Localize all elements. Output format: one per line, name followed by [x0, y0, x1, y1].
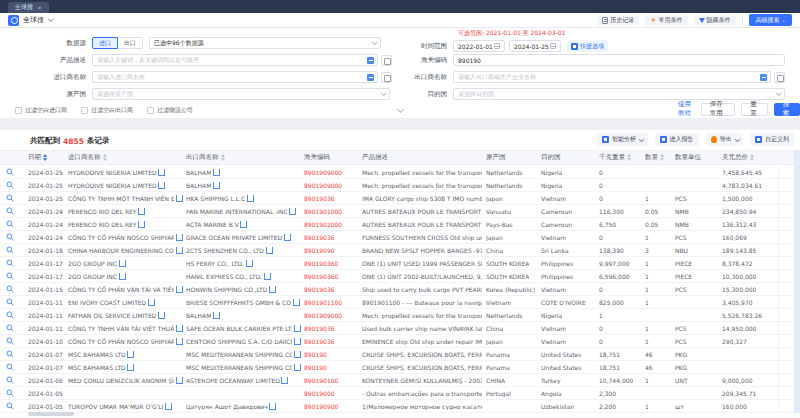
export-toggle[interactable]: 出口: [118, 37, 143, 49]
search-button[interactable]: 搜索: [774, 103, 800, 116]
exporter-name-link[interactable]: HONWIN SHIPPING CO.,LTD: [186, 286, 267, 293]
smart-analysis-button[interactable]: 智能分析: [597, 133, 648, 146]
collapse-filters-chevron[interactable]: [397, 106, 404, 113]
date-start-input[interactable]: 2022-01-01: [453, 40, 505, 52]
magnifier-icon[interactable]: [6, 350, 14, 358]
magnifier-icon[interactable]: [6, 337, 14, 345]
exporter-name-link[interactable]: 2CTS SHENZHEN CO., LTD: [186, 247, 264, 254]
hs-code-link[interactable]: 890190100: [304, 377, 338, 384]
exporter-name-link[interactable]: ACTA MARINE B.V: [186, 221, 239, 228]
magnifier-icon[interactable]: [6, 324, 14, 332]
exporter-name-link[interactable]: GRACE OCEAN PRIVATE LIMITED: [186, 234, 282, 241]
exporter-name-link[interactable]: MSC MEDITERRANEAN SHIPPING CO. (PAN: [186, 364, 292, 371]
importer-name-link[interactable]: MED ÇORLU DENİZCİLİK ANONİM ŞİRKETİ: [68, 377, 174, 384]
exporter-input[interactable]: 请输入出口商或生产企业名称: [453, 71, 771, 83]
copy-icon[interactable]: [177, 195, 182, 201]
copy-icon[interactable]: [267, 247, 272, 253]
exporter-name-link[interactable]: BRIESE SCHIFFFAHRTS GMBH & CO: [186, 299, 291, 306]
copy-icon[interactable]: [140, 208, 145, 214]
magnifier-icon[interactable]: [6, 389, 14, 397]
sort-icon[interactable]: [221, 154, 225, 161]
exporter-name-link[interactable]: CENTORO SHIPPING S.A. C/O DAIICHI CHU: [186, 338, 292, 345]
importer-name-link[interactable]: TUROPOV UMAR MA'MUR O'G'LI: [68, 403, 163, 410]
importer-name-link[interactable]: PERENCO RIO DEL REY: [68, 221, 137, 228]
exporter-name-link[interactable]: PAN MARINE INTERNATIONAL -INC: [186, 208, 288, 215]
copy-icon[interactable]: [270, 286, 275, 292]
copy-icon[interactable]: [177, 234, 182, 240]
translate-icon[interactable]: [760, 74, 767, 81]
hs-code-link[interactable]: 89019036: [304, 286, 335, 293]
importer-name-link[interactable]: PERENCO RIO DEL REY: [68, 208, 137, 215]
batch-input-icon[interactable]: [774, 72, 785, 83]
importer-input[interactable]: 请输入进口商名称: [92, 71, 378, 83]
exporter-name-link[interactable]: SAFE OCEAN BULK CARRIER PTE LTD: [186, 325, 292, 332]
copy-icon[interactable]: [291, 208, 296, 214]
hs-code-link[interactable]: 8901901000: [304, 208, 342, 215]
exporter-name-link[interactable]: Цатурян Ашот Давидович: [186, 403, 268, 410]
hs-code-link[interactable]: 89019036: [304, 234, 335, 241]
hs-code-link[interactable]: 890190900: [304, 403, 338, 410]
copy-icon[interactable]: [295, 351, 300, 357]
horizontal-scrollbar-thumb[interactable]: [28, 412, 74, 416]
data-source-select[interactable]: 已选中96个数据源: [149, 37, 381, 49]
col-kg-weight[interactable]: 千克重量: [599, 153, 645, 162]
copy-icon[interactable]: [177, 325, 182, 331]
hs-code-link[interactable]: 890190: [304, 351, 327, 358]
col-exporter[interactable]: 出口商名称: [186, 153, 304, 162]
importer-name-link[interactable]: HYDRODIVE NIGERIA LIMITED: [68, 169, 157, 176]
importer-name-link[interactable]: MSC BAHAMAS LTD: [68, 364, 126, 371]
copy-icon[interactable]: [177, 247, 182, 253]
tutorial-link[interactable]: 使用教程: [678, 100, 695, 118]
copy-icon[interactable]: [271, 403, 276, 409]
hs-code-link[interactable]: 8901902000: [304, 221, 342, 228]
origin-country-select[interactable]: 请选择原产国: [92, 88, 390, 100]
copy-icon[interactable]: [285, 234, 290, 240]
col-date[interactable]: 日期: [28, 153, 68, 162]
magnifier-icon[interactable]: [6, 168, 14, 176]
exporter-name-link[interactable]: MSC MEDITERRANEAN SHIPPING CO. (PAN: [186, 351, 292, 358]
magnifier-icon[interactable]: [6, 246, 14, 254]
copy-icon[interactable]: [166, 403, 171, 409]
hs-code-link[interactable]: 890190: [304, 364, 327, 371]
batch-input-icon[interactable]: [381, 72, 392, 83]
copy-icon[interactable]: [247, 260, 252, 266]
translate-icon[interactable]: [367, 57, 374, 64]
copy-icon[interactable]: [248, 195, 253, 201]
copy-icon[interactable]: [295, 325, 300, 331]
magnifier-icon[interactable]: [6, 402, 14, 410]
importer-name-link[interactable]: ENI IVORY COAST LIMITED: [68, 299, 146, 306]
tab-global-search[interactable]: 全球搜 ×: [8, 2, 49, 13]
exporter-name-link[interactable]: ASTEROPE OCEANWAY LIMITED: [186, 377, 280, 384]
hs-code-link[interactable]: 89019036: [304, 325, 335, 332]
enter-report-button[interactable]: 进入报告: [655, 133, 699, 146]
export-button[interactable]: 导出: [706, 133, 744, 146]
copy-icon[interactable]: [283, 377, 288, 383]
save-common-button[interactable]: 保存常用: [701, 103, 736, 116]
reset-button[interactable]: 重置: [741, 103, 767, 116]
copy-icon[interactable]: [177, 338, 182, 344]
importer-name-link[interactable]: 2GO GROUP INC: [68, 260, 117, 267]
hs-code-link[interactable]: 8901909000: [304, 312, 342, 319]
copy-icon[interactable]: [177, 286, 182, 292]
importer-name-link[interactable]: CÔNG TY TNHH VẬN TẢI VIỆT THUẬN: [68, 325, 174, 332]
copy-icon[interactable]: [214, 182, 219, 188]
importer-name-link[interactable]: FATHAN OIL SERVICE LIMITED: [68, 312, 156, 319]
magnifier-icon[interactable]: [6, 311, 14, 319]
vertical-scrollbar[interactable]: [794, 150, 800, 413]
exporter-name-link[interactable]: BALHAM: [186, 182, 211, 189]
magnifier-icon[interactable]: [6, 272, 14, 280]
filter-logistics-checkbox[interactable]: 过滤物流公司: [147, 106, 193, 115]
magnifier-icon[interactable]: [6, 194, 14, 202]
magnifier-icon[interactable]: [6, 207, 14, 215]
copy-icon[interactable]: [149, 299, 154, 305]
magnifier-icon[interactable]: [6, 363, 14, 371]
hs-code-link[interactable]: 89019036: [304, 195, 335, 202]
copy-icon[interactable]: [140, 221, 145, 227]
custom-columns-button[interactable]: 自定义列: [750, 133, 794, 146]
copy-icon[interactable]: [160, 182, 165, 188]
quick-options-button[interactable]: 快捷选项: [567, 40, 608, 52]
magnifier-icon[interactable]: [6, 298, 14, 306]
importer-name-link[interactable]: 2GO GROUP INC: [68, 273, 117, 280]
hide-conditions-button[interactable]: 隐藏条件: [694, 15, 736, 26]
hs-code-input[interactable]: 890190: [453, 54, 785, 66]
